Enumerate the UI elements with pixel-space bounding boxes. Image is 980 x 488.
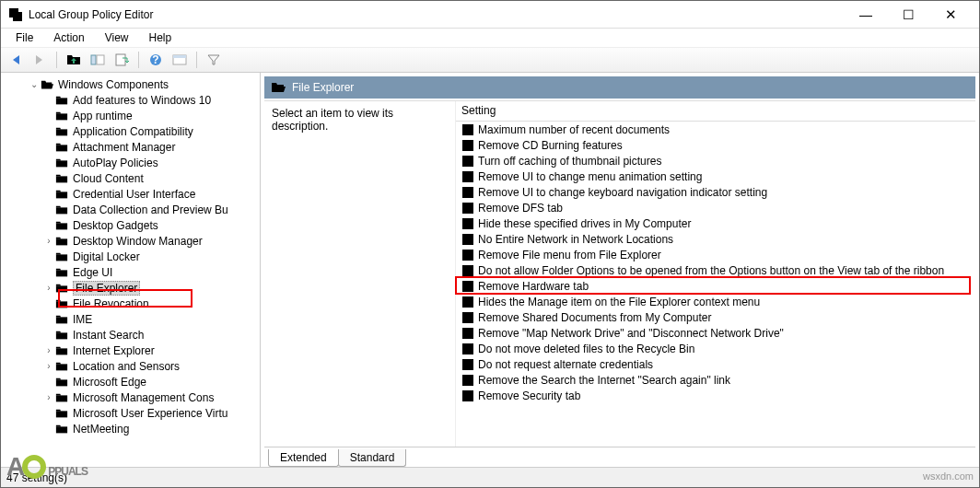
setting-row[interactable]: Remove Shared Documents from My Computer [456, 309, 975, 325]
tab-standard[interactable]: Standard [338, 449, 407, 467]
folder-icon [54, 313, 69, 326]
tree-label: Windows Components [58, 78, 169, 91]
tree-item[interactable]: ›Internet Explorer [1, 343, 260, 358]
setting-label: Remove the Search the Internet "Search a… [478, 374, 730, 387]
setting-row[interactable]: Turn off caching of thumbnail pictures [456, 153, 975, 168]
tree-item[interactable]: ·Desktop Gadgets [1, 217, 260, 233]
folder-icon [54, 297, 69, 310]
menu-action[interactable]: Action [44, 29, 93, 46]
setting-row[interactable]: Hides the Manage item on the File Explor… [456, 294, 975, 309]
minimize-button[interactable]: — [845, 1, 887, 29]
folder-icon [54, 407, 69, 420]
tree-item[interactable]: ·Application Compatibility [1, 123, 260, 139]
svg-rect-8 [116, 54, 125, 65]
svg-text:?: ? [152, 53, 158, 66]
menu-help[interactable]: Help [140, 29, 181, 46]
menu-view[interactable]: View [96, 29, 138, 46]
folder-icon [54, 125, 69, 138]
setting-row[interactable]: Remove File menu from File Explorer [456, 247, 975, 262]
tree-item[interactable]: ·Instant Search [1, 327, 260, 343]
tree-item[interactable]: ·Add features to Windows 10 [1, 92, 260, 108]
back-button[interactable] [5, 50, 27, 70]
setting-row[interactable]: Remove Security tab [456, 388, 975, 403]
setting-row[interactable]: Do not request alternate credentials [456, 356, 975, 372]
tree-item[interactable]: ·AutoPlay Policies [1, 155, 260, 170]
folder-icon [54, 282, 69, 295]
policy-icon [461, 123, 474, 136]
setting-row[interactable]: Remove CD Burning features [456, 137, 975, 153]
setting-label: Remove Hardware tab [478, 280, 589, 293]
tree-pane: ⌄Windows Components·Add features to Wind… [1, 73, 261, 467]
export-list-button[interactable] [111, 50, 133, 70]
folder-icon [54, 110, 69, 122]
settings-column-header[interactable]: Setting [456, 101, 975, 122]
tree-item[interactable]: ·Edge UI [1, 264, 260, 280]
tree-item[interactable]: ›Location and Sensors [1, 358, 260, 374]
setting-label: Remove CD Burning features [478, 139, 623, 152]
tree-item[interactable]: ›Microsoft Management Cons [1, 389, 260, 405]
tree-item[interactable]: ·Attachment Manager [1, 139, 260, 155]
setting-row[interactable]: Do not allow Folder Options to be opened… [456, 262, 975, 278]
folder-open-icon [270, 80, 286, 95]
setting-row[interactable]: Remove Hardware tab [456, 278, 975, 294]
setting-row[interactable]: Remove the Search the Internet "Search a… [456, 372, 975, 388]
setting-label: Do not move deleted files to the Recycle… [478, 343, 694, 355]
tree-item[interactable]: ·IME [1, 311, 260, 327]
tree-item[interactable]: ·Data Collection and Preview Bu [1, 202, 260, 217]
tree-item-label: App runtime [73, 110, 133, 122]
forward-button[interactable] [29, 50, 51, 70]
tree-item[interactable]: ·File Revocation [1, 296, 260, 311]
setting-label: Remove "Map Network Drive" and "Disconne… [478, 327, 784, 340]
tree-scroll[interactable]: ⌄Windows Components·Add features to Wind… [1, 73, 260, 467]
tree-item[interactable]: ·App runtime [1, 108, 260, 123]
tree-item-label: Location and Sensors [73, 360, 180, 373]
setting-row[interactable]: Maximum number of recent documents [456, 122, 975, 137]
policy-icon [461, 186, 474, 199]
tree-item[interactable]: ›Desktop Window Manager [1, 233, 260, 249]
policy-icon [461, 170, 474, 183]
status-bar: 47 setting(s) [1, 467, 979, 487]
show-hide-action-button[interactable] [169, 50, 191, 70]
policy-icon [461, 202, 474, 215]
svg-rect-7 [97, 55, 104, 64]
policy-icon [461, 217, 474, 230]
setting-row[interactable]: Remove DFS tab [456, 200, 975, 215]
menu-file[interactable]: File [6, 29, 42, 46]
policy-icon [461, 139, 474, 152]
description-text: Select an item to view its description. [272, 107, 393, 133]
show-hide-tree-button[interactable] [87, 50, 109, 70]
up-button[interactable] [63, 50, 85, 70]
settings-scroll[interactable]: Maximum number of recent documentsRemove… [456, 122, 975, 447]
tree-item[interactable]: ›File Explorer [1, 280, 260, 296]
setting-row[interactable]: Remove UI to change menu animation setti… [456, 168, 975, 184]
folder-icon [54, 203, 69, 216]
setting-row[interactable]: Remove "Map Network Drive" and "Disconne… [456, 325, 975, 341]
policy-icon [461, 311, 474, 324]
tree-item[interactable]: ·NetMeeting [1, 421, 260, 436]
tree-item[interactable]: ·Digital Locker [1, 249, 260, 264]
help-button[interactable]: ? [145, 50, 167, 70]
setting-label: Do not request alternate credentials [478, 358, 653, 371]
close-button[interactable]: ✕ [929, 1, 972, 29]
folder-icon [54, 141, 69, 154]
setting-row[interactable]: No Entire Network in Network Locations [456, 231, 975, 247]
title-bar: Local Group Policy Editor — ☐ ✕ [1, 1, 979, 29]
tree-item-label: Microsoft Management Cons [73, 391, 214, 404]
setting-row[interactable]: Remove UI to change keyboard navigation … [456, 184, 975, 200]
tree-item[interactable]: ·Cloud Content [1, 170, 260, 186]
tree-item[interactable]: ·Microsoft Edge [1, 374, 260, 389]
tree-item[interactable]: ·Microsoft User Experience Virtu [1, 405, 260, 421]
policy-icon [461, 374, 474, 387]
maximize-button[interactable]: ☐ [887, 1, 929, 29]
folder-icon [54, 391, 69, 404]
setting-row[interactable]: Do not move deleted files to the Recycle… [456, 341, 975, 356]
filter-button[interactable] [203, 50, 225, 70]
tree-parent-windows-components[interactable]: ⌄Windows Components [1, 76, 260, 92]
tree-item[interactable]: ·Credential User Interface [1, 186, 260, 202]
folder-icon [54, 423, 69, 436]
policy-icon [461, 155, 474, 168]
setting-row[interactable]: Hide these specified drives in My Comput… [456, 215, 975, 231]
tab-extended[interactable]: Extended [268, 449, 339, 467]
menu-bar: File Action View Help [1, 29, 979, 47]
svg-rect-12 [173, 55, 186, 58]
